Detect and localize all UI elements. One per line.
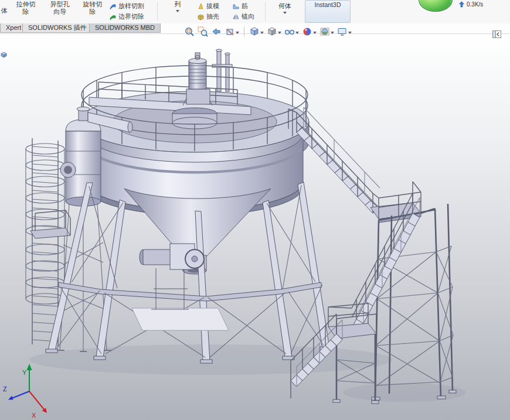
toolbar-separator	[244, 27, 244, 36]
button-label: 何体	[268, 2, 301, 10]
edit-appearance-icon	[302, 26, 312, 37]
pattern-button[interactable]: 列	[163, 1, 192, 12]
button-label: 拉伸切	[9, 1, 42, 8]
button-label: 拔模	[206, 2, 219, 11]
shell-button[interactable]: 抽壳	[197, 12, 219, 21]
dropdown-caret-icon	[278, 32, 281, 34]
button-label: 旋转切	[77, 1, 108, 8]
button-label: 放样切割	[118, 2, 144, 11]
collapse-pane-icon	[492, 30, 501, 38]
tab-solidworks-mbd[interactable]: SOLIDWORKS MBD	[89, 23, 161, 33]
mirror-icon	[232, 13, 240, 21]
button-label: 除	[77, 8, 108, 16]
dropdown-caret-icon	[236, 32, 239, 34]
zoom-to-area-icon	[198, 26, 208, 37]
section-view-icon	[225, 26, 235, 37]
ribbon-separator	[157, 2, 158, 21]
apply-scene-button[interactable]	[319, 26, 334, 37]
tab-solidworks-addins[interactable]: SOLIDWORKS 插件	[22, 23, 93, 33]
apply-scene-icon	[319, 26, 330, 37]
dropdown-caret-icon	[176, 10, 179, 12]
network-speed-indicator[interactable]: 0.3K/s	[458, 1, 483, 8]
feature-tree-flyout-icon[interactable]	[1, 50, 7, 60]
instant3d-toggle[interactable]: Instant3D	[305, 0, 351, 23]
button-label: 异型孔	[43, 1, 76, 8]
stair-tower[interactable]	[372, 204, 456, 400]
network-speed-text: 0.3K/s	[467, 1, 483, 8]
3d-model[interactable]	[0, 34, 510, 420]
top-pipes[interactable]	[212, 49, 232, 91]
button-label: 边界切除	[118, 12, 144, 21]
dropdown-caret-icon	[283, 12, 287, 14]
view-orientation-button[interactable]	[249, 26, 264, 37]
tab-label: SOLIDWORKS 插件	[28, 24, 87, 31]
button-label: 抽壳	[206, 12, 219, 21]
button-label: 向导	[43, 8, 76, 16]
section-view-button[interactable]	[225, 26, 239, 37]
hide-show-items-icon	[284, 26, 295, 37]
zoom-to-area-button[interactable]	[198, 26, 208, 37]
zoom-to-fit-button[interactable]	[184, 26, 195, 37]
boundary-cut-button[interactable]: 边界切除	[109, 12, 144, 21]
dropdown-caret-icon	[348, 32, 352, 34]
reference-geometry-button[interactable]: 何体	[268, 2, 301, 14]
z-axis-label: Z	[3, 385, 7, 392]
hide-show-items-button[interactable]	[284, 26, 299, 37]
tab-label: Xpert	[6, 24, 21, 31]
draft-icon	[197, 2, 205, 10]
button-label: Instant3D	[315, 1, 341, 8]
ribbon-separator	[265, 2, 266, 21]
zoom-to-fit-icon	[184, 26, 195, 37]
underflow-drive[interactable]	[132, 244, 229, 330]
graphics-area[interactable]	[0, 34, 510, 420]
dropdown-caret-icon	[313, 32, 317, 34]
network-speed-icon	[458, 1, 465, 8]
view-orientation-icon	[249, 26, 260, 37]
edit-appearance-button[interactable]	[302, 26, 317, 37]
draft-button[interactable]: 拔模	[197, 2, 219, 11]
z-axis-arrow	[8, 396, 13, 400]
ground-shadow	[29, 344, 466, 402]
agitator-motor[interactable]	[183, 53, 212, 105]
display-style-icon	[267, 26, 277, 37]
display-pane-toggle[interactable]	[492, 30, 501, 40]
button-label: 除	[9, 8, 42, 16]
y-axis-arrow	[27, 364, 32, 370]
button-label: 筋	[242, 2, 248, 11]
rib-icon	[232, 2, 240, 10]
shell-icon	[197, 13, 205, 21]
boundary-cut-icon	[109, 13, 117, 21]
extruded-cut-button[interactable]: 拉伸切 除	[9, 1, 42, 16]
clipped-button-label: 体	[1, 6, 8, 15]
dropdown-caret-icon	[331, 32, 334, 34]
hole-wizard-button[interactable]: 异型孔 向导	[43, 1, 76, 16]
lofted-cut-icon	[109, 2, 117, 10]
x-axis-label: X	[32, 412, 36, 419]
revolved-cut-button[interactable]: 旋转切 除	[77, 1, 108, 16]
view-settings-button[interactable]	[337, 26, 352, 37]
display-style-button[interactable]	[267, 26, 281, 37]
button-label: 镜向	[242, 12, 254, 21]
orientation-triad: Y X Z	[1, 361, 60, 419]
heads-up-view-toolbar	[184, 26, 352, 37]
previous-view-icon	[211, 26, 222, 37]
mirror-button[interactable]: 镜向	[232, 12, 254, 21]
dropdown-caret-icon	[295, 32, 299, 34]
tab-label: SOLIDWORKS MBD	[95, 24, 155, 31]
button-label: 列	[163, 1, 192, 8]
rib-button[interactable]: 筋	[232, 2, 248, 11]
dropdown-caret-icon	[260, 32, 264, 34]
previous-view-button[interactable]	[211, 26, 222, 37]
lofted-cut-button[interactable]: 放样切割	[109, 2, 144, 11]
view-settings-icon	[337, 26, 348, 37]
y-axis-label: Y	[22, 369, 27, 376]
